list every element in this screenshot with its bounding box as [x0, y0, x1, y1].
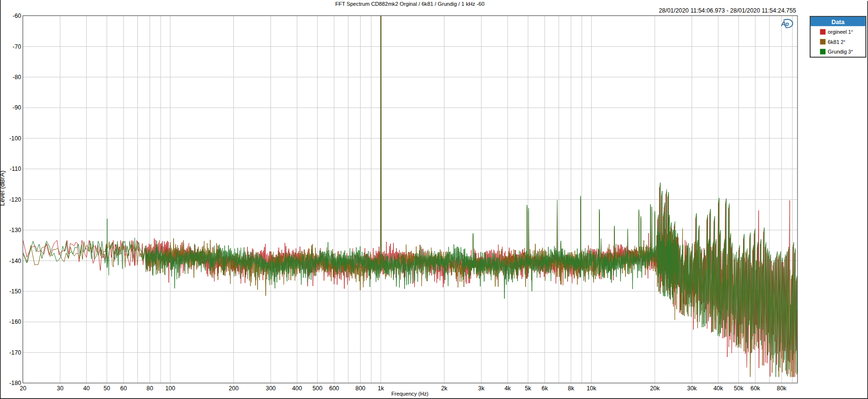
svg-text:-170: -170	[9, 349, 21, 356]
svg-text:50: 50	[104, 385, 110, 392]
svg-text:80k: 80k	[777, 385, 787, 392]
svg-text:800: 800	[355, 385, 366, 392]
svg-text:2k: 2k	[441, 385, 448, 392]
svg-text:300: 300	[266, 385, 276, 392]
svg-text:10k: 10k	[586, 385, 597, 392]
svg-text:-80: -80	[13, 74, 21, 81]
svg-text:60k: 60k	[750, 385, 760, 392]
svg-text:28/01/2020 11:54:06.973 - 28/0: 28/01/2020 11:54:06.973 - 28/01/2020 11:…	[659, 7, 796, 14]
svg-text:-100: -100	[9, 135, 21, 142]
svg-text:Frequency (Hz): Frequency (Hz)	[391, 391, 428, 397]
svg-text:p: p	[785, 21, 789, 28]
svg-text:orgineel 1*: orgineel 1*	[828, 29, 853, 35]
svg-text:-90: -90	[13, 104, 21, 111]
svg-text:60: 60	[120, 385, 127, 392]
svg-text:4k: 4k	[504, 385, 511, 392]
svg-text:-130: -130	[9, 227, 21, 234]
svg-text:20k: 20k	[650, 385, 660, 392]
svg-text:200: 200	[229, 385, 239, 392]
svg-text:5k: 5k	[525, 385, 531, 392]
svg-text:600: 600	[329, 385, 339, 392]
svg-text:Grundig 3*: Grundig 3*	[828, 49, 853, 55]
svg-text:1k: 1k	[378, 385, 384, 392]
svg-text:-110: -110	[10, 165, 21, 172]
svg-text:20: 20	[20, 385, 27, 392]
svg-text:30k: 30k	[687, 385, 697, 392]
svg-text:FFT Spectrum CD882mk2 Orginal: FFT Spectrum CD882mk2 Orginal / 6k81 / G…	[335, 1, 484, 7]
svg-text:-150: -150	[9, 288, 21, 295]
svg-text:-70: -70	[13, 43, 21, 50]
svg-text:8k: 8k	[568, 385, 575, 392]
svg-text:-60: -60	[13, 13, 21, 19]
svg-text:100: 100	[165, 385, 176, 392]
svg-text:3k: 3k	[478, 385, 485, 392]
svg-text:400: 400	[292, 385, 302, 392]
svg-text:6k81 2*: 6k81 2*	[828, 39, 846, 45]
svg-text:40k: 40k	[713, 385, 723, 392]
svg-text:-160: -160	[9, 318, 21, 325]
svg-text:500: 500	[312, 385, 323, 392]
svg-text:6k: 6k	[542, 385, 548, 392]
svg-text:80: 80	[147, 385, 153, 392]
svg-text:30: 30	[57, 385, 64, 392]
svg-text:-140: -140	[9, 258, 21, 264]
svg-text:40: 40	[83, 385, 90, 392]
svg-text:50k: 50k	[734, 385, 744, 392]
svg-text:Level (dBrA): Level (dBrA)	[0, 170, 6, 206]
svg-text:Data: Data	[831, 19, 845, 26]
svg-text:-120: -120	[9, 196, 21, 203]
